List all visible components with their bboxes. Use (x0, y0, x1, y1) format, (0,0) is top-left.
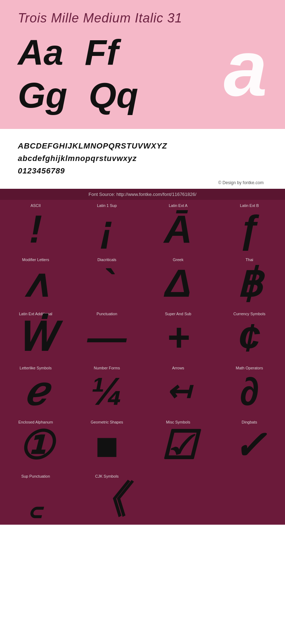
char-cell: GreekΔ (142, 254, 214, 308)
alphabet-digits: 0123456789 (18, 165, 267, 177)
char-cell: Misc Symbols☑ (142, 416, 214, 471)
char-symbol: Ā (164, 209, 192, 249)
alphabet-display: ABCDEFGHIJKLMNOPQRSTUVWXYZ abcdefghijklm… (18, 140, 267, 177)
char-symbol: ℯ (24, 372, 47, 411)
alphabet-lower: abcdefghijklmnopqrstuvwxyz (18, 152, 267, 165)
char-cell: Latin Ext Bƒ (214, 200, 285, 254)
char-cell: Latin Ext AdditionalẆ (0, 308, 71, 362)
char-symbol: ¡ (100, 209, 114, 249)
glyph-pair-aa: Aa (18, 33, 63, 72)
char-symbol: ✓ (233, 426, 266, 465)
char-symbol: 《 (87, 480, 126, 519)
top-section: Trois Mille Medium Italic 31 Aa Ff a Gg … (0, 0, 285, 129)
char-symbol: ! (29, 209, 42, 249)
char-cell: Geometric Shapes■ (71, 416, 142, 471)
char-cell: Thai฿ (214, 254, 285, 308)
char-cell: Super And Sub+ (142, 308, 214, 362)
char-symbol: ʌ (24, 264, 47, 303)
char-cell: Dingbats✓ (214, 416, 285, 471)
char-symbol: ↤ (166, 372, 190, 411)
alphabet-upper: ABCDEFGHIJKLMNOPQRSTUVWXYZ (18, 140, 267, 152)
char-symbol: ☑ (161, 426, 196, 465)
char-cell: CJK Symbols《 (71, 471, 142, 525)
char-symbol: ① (18, 426, 53, 465)
char-symbol: ` (100, 264, 114, 303)
char-symbol: ¼ (90, 372, 123, 411)
second-row: Gg Qq (18, 76, 267, 115)
char-symbol: ƒ (238, 209, 260, 249)
char-symbol: ꜀ (30, 480, 42, 519)
char-symbol: ∂ (240, 372, 259, 411)
char-cell: Sup Punctuation꜀ (0, 471, 71, 525)
char-symbol: ■ (95, 426, 119, 465)
char-cell: Currency Symbols¢ (214, 308, 285, 362)
char-symbol: Δ (165, 264, 191, 303)
char-cell: Number Forms¼ (71, 362, 142, 416)
char-grid: ASCII!Latin 1 Sup¡Latin Ext AĀLatin Ext … (0, 200, 285, 525)
char-symbol: ¢ (238, 318, 260, 357)
copyright: © Design by fontke.com (18, 180, 267, 185)
char-cell: Arrows↤ (142, 362, 214, 416)
char-cell: Enclosed Alphanum① (0, 416, 71, 471)
alphabet-section: ABCDEFGHIJKLMNOPQRSTUVWXYZ abcdefghijklm… (0, 129, 285, 189)
char-cell: Math Operators∂ (214, 362, 285, 416)
char-symbol: + (167, 318, 190, 357)
char-symbol: — (87, 318, 126, 357)
char-symbol: ฿ (237, 264, 262, 303)
char-cell: Latin Ext AĀ (142, 200, 214, 254)
char-cell: Letterlike Symbolsℯ (0, 362, 71, 416)
font-source: Font Source: http://www.fontke.com/font/… (0, 189, 285, 200)
font-title: Trois Mille Medium Italic 31 (18, 11, 267, 26)
char-cell: Diacriticals` (71, 254, 142, 308)
char-cell: ASCII! (0, 200, 71, 254)
char-symbol: Ẇ (16, 318, 55, 357)
char-cell: Punctuation— (71, 308, 142, 362)
dark-section: Font Source: http://www.fontke.com/font/… (0, 189, 285, 525)
glyph-pair-gg: Gg (18, 76, 67, 115)
glyph-pair-qq: Qq (89, 76, 138, 115)
preview-grid: Aa Ff a (18, 33, 267, 72)
char-cell: Modifier Lettersʌ (0, 254, 71, 308)
char-label: Arrows (172, 366, 184, 370)
char-cell: Latin 1 Sup¡ (71, 200, 142, 254)
glyph-pair-ff: Ff (85, 33, 118, 72)
